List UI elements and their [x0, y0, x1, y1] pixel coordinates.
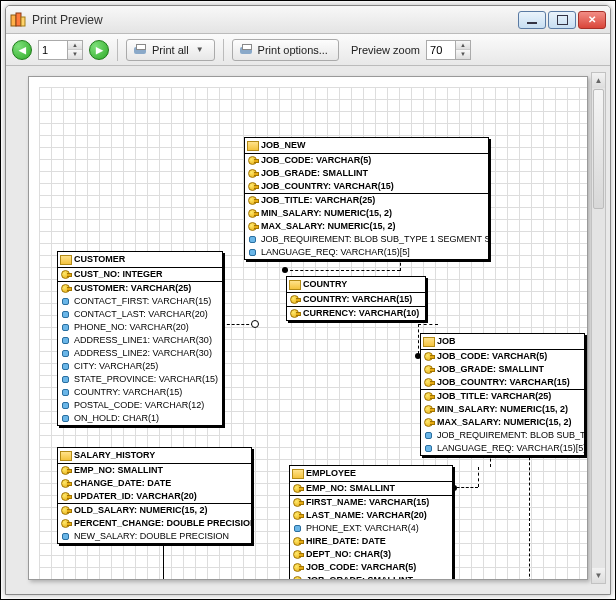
entity-salary-history[interactable]: SALARY_HISTORYEMP_NO: SMALLINTCHANGE_DAT…	[57, 447, 252, 544]
entity-column: LANGUAGE_REQ: VARCHAR(15)[5]	[421, 442, 584, 455]
er-diagram: JOB_NEWJOB_CODE: VARCHAR(5)JOB_GRADE: SM…	[39, 87, 587, 579]
toolbar-separator	[117, 39, 118, 61]
entity-country[interactable]: COUNTRYCOUNTRY: VARCHAR(15)CURRENCY: VAR…	[286, 276, 426, 321]
vertical-scrollbar[interactable]: ▲ ▼	[591, 72, 606, 584]
toolbar-separator	[223, 39, 224, 61]
entity-column: JOB_REQUIREMENT: BLOB SUB_TYPE 1 SEGMENT…	[245, 233, 488, 246]
entity-column: PHONE_NO: VARCHAR(20)	[58, 321, 222, 334]
entity-column: FIRST_NAME: VARCHAR(15)	[290, 495, 452, 509]
print-all-label: Print all	[152, 44, 189, 56]
entity-customer[interactable]: CUSTOMERCUST_NO: INTEGERCUSTOMER: VARCHA…	[57, 251, 223, 426]
entity-column: OLD_SALARY: NUMERIC(15, 2)	[58, 503, 251, 517]
close-button[interactable]	[578, 11, 606, 29]
entity-column: CUSTOMER: VARCHAR(25)	[58, 281, 222, 295]
connector	[285, 270, 400, 271]
minimize-button[interactable]	[518, 11, 546, 29]
entity-title: COUNTRY	[287, 277, 425, 293]
preview-area: JOB_NEWJOB_CODE: VARCHAR(5)JOB_GRADE: SM…	[6, 66, 610, 594]
zoom-spin-arrows[interactable]: ▲▼	[455, 41, 470, 59]
zoom-label: Preview zoom	[351, 44, 420, 56]
entity-column: EMP_NO: SMALLINT	[58, 464, 251, 477]
entity-column: JOB_TITLE: VARCHAR(25)	[245, 193, 488, 207]
entity-column: JOB_CODE: VARCHAR(5)	[290, 561, 452, 574]
entity-column: JOB_CODE: VARCHAR(5)	[245, 154, 488, 167]
svg-rect-1	[16, 13, 21, 26]
entity-column: MIN_SALARY: NUMERIC(15, 2)	[245, 207, 488, 220]
page-number-input[interactable]	[39, 44, 67, 56]
window-title: Print Preview	[32, 13, 518, 27]
entity-column: UPDATER_ID: VARCHAR(20)	[58, 490, 251, 503]
connector	[418, 324, 419, 354]
entity-column: LAST_NAME: VARCHAR(20)	[290, 509, 452, 522]
zoom-input[interactable]	[427, 41, 455, 59]
entity-column: JOB_COUNTRY: VARCHAR(15)	[421, 376, 584, 389]
entity-column: JOB_REQUIREMENT: BLOB SUB_TYPE 1 SEGMENT…	[421, 429, 584, 442]
entity-column: MAX_SALARY: NUMERIC(15, 2)	[245, 220, 488, 233]
entity-column: JOB_GRADE: SMALLINT	[245, 167, 488, 180]
entity-column: MAX_SALARY: NUMERIC(15, 2)	[421, 416, 584, 429]
entity-column: JOB_COUNTRY: VARCHAR(15)	[245, 180, 488, 193]
entity-column: HIRE_DATE: DATE	[290, 535, 452, 548]
entity-column: JOB_GRADE: SMALLINT	[421, 363, 584, 376]
page-number-spinner[interactable]: ▲▼	[38, 40, 83, 60]
entity-column: CURRENCY: VARCHAR(10)	[287, 306, 425, 320]
entity-job[interactable]: JOBJOB_CODE: VARCHAR(5)JOB_GRADE: SMALLI…	[420, 333, 585, 456]
print-options-label: Print options...	[258, 44, 328, 56]
entity-column: CONTACT_FIRST: VARCHAR(15)	[58, 295, 222, 308]
entity-column: CONTACT_LAST: VARCHAR(20)	[58, 308, 222, 321]
scroll-thumb[interactable]	[593, 89, 604, 209]
entity-column: COUNTRY: VARCHAR(15)	[58, 386, 222, 399]
zoom-spinner[interactable]: ▲▼	[426, 40, 471, 60]
print-all-button[interactable]: Print all ▼	[126, 39, 215, 61]
toolbar: ▲▼ Print all ▼ Print options... Preview …	[6, 34, 610, 66]
entity-column: CUST_NO: INTEGER	[58, 268, 222, 281]
relationship-endpoint	[282, 267, 288, 273]
entity-column: MIN_SALARY: NUMERIC(15, 2)	[421, 403, 584, 416]
entity-title: EMPLOYEE	[290, 466, 452, 482]
entity-employee[interactable]: EMPLOYEEEMP_NO: SMALLINTFIRST_NAME: VARC…	[289, 465, 453, 580]
entity-column: DEPT_NO: CHAR(3)	[290, 548, 452, 561]
relationship-endpoint	[251, 320, 259, 328]
chevron-down-icon: ▼	[196, 45, 204, 54]
svg-rect-2	[21, 17, 25, 26]
entity-column: LANGUAGE_REQ: VARCHAR(15)[5]	[245, 246, 488, 259]
entity-column: CITY: VARCHAR(25)	[58, 360, 222, 373]
entity-column: ADDRESS_LINE2: VARCHAR(30)	[58, 347, 222, 360]
preview-page[interactable]: JOB_NEWJOB_CODE: VARCHAR(5)JOB_GRADE: SM…	[28, 76, 588, 580]
connector	[478, 467, 479, 487]
entity-column: CHANGE_DATE: DATE	[58, 477, 251, 490]
entity-column: JOB_GRADE: SMALLINT	[290, 574, 452, 580]
entity-column: ADDRESS_LINE1: VARCHAR(30)	[58, 334, 222, 347]
printer-icon	[239, 44, 253, 56]
app-icon	[10, 12, 26, 28]
connector	[418, 324, 438, 325]
connector	[529, 437, 530, 580]
print-options-button[interactable]: Print options...	[232, 39, 339, 61]
page-spin-arrows[interactable]: ▲▼	[67, 41, 82, 59]
entity-title: SALARY_HISTORY	[58, 448, 251, 464]
entity-title: JOB_NEW	[245, 138, 488, 154]
entity-column: POSTAL_CODE: VARCHAR(12)	[58, 399, 222, 412]
svg-rect-0	[11, 15, 16, 26]
entity-column: EMP_NO: SMALLINT	[290, 482, 452, 495]
connector	[222, 324, 254, 325]
scroll-up-button[interactable]: ▲	[592, 73, 605, 88]
entity-column: NEW_SALARY: DOUBLE PRECISION	[58, 530, 251, 543]
entity-column: PHONE_EXT: VARCHAR(4)	[290, 522, 452, 535]
entity-title: JOB	[421, 334, 584, 350]
scroll-down-button[interactable]: ▼	[592, 568, 605, 583]
entity-column: ON_HOLD: CHAR(1)	[58, 412, 222, 425]
entity-title: CUSTOMER	[58, 252, 222, 268]
print-preview-window: Print Preview ▲▼ Print all ▼ Print optio…	[5, 5, 611, 595]
prev-page-button[interactable]	[12, 40, 32, 60]
maximize-button[interactable]	[548, 11, 576, 29]
entity-column: COUNTRY: VARCHAR(15)	[287, 293, 425, 306]
entity-job-new[interactable]: JOB_NEWJOB_CODE: VARCHAR(5)JOB_GRADE: SM…	[244, 137, 489, 260]
entity-column: STATE_PROVINCE: VARCHAR(15)	[58, 373, 222, 386]
entity-column: PERCENT_CHANGE: DOUBLE PRECISION	[58, 517, 251, 530]
entity-column: JOB_CODE: VARCHAR(5)	[421, 350, 584, 363]
titlebar[interactable]: Print Preview	[6, 6, 610, 34]
entity-column: JOB_TITLE: VARCHAR(25)	[421, 389, 584, 403]
printer-icon	[133, 44, 147, 56]
next-page-button[interactable]	[89, 40, 109, 60]
